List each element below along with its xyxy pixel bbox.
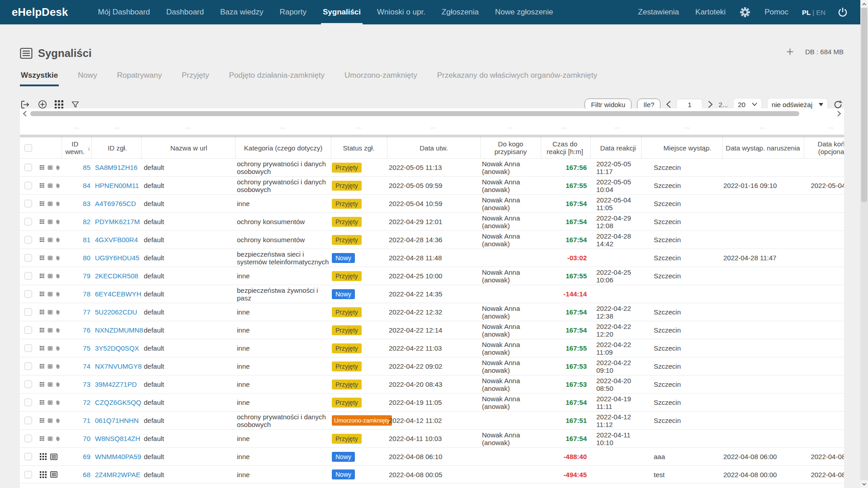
row-id-zgl-link[interactable]: 39M42Z71PD	[91, 380, 141, 388]
paperclip-icon[interactable]	[56, 200, 60, 207]
row-grid-icon[interactable]	[40, 381, 44, 388]
filter-status[interactable]: ...	[331, 124, 387, 129]
header-nazwa[interactable]: Nazwa w url	[141, 137, 235, 158]
row-grid-icon[interactable]	[40, 309, 44, 315]
row-id-wewn-link[interactable]: 81	[61, 236, 91, 244]
row-checkbox[interactable]	[24, 362, 32, 370]
row-checkbox[interactable]	[24, 164, 32, 171]
row-id-zgl-link[interactable]: 4GXVFB00R4	[91, 236, 141, 244]
vertical-scrollbar[interactable]	[860, 0, 868, 488]
tab-ropatrywany[interactable]: Ropatrywany	[116, 71, 163, 86]
row-details-icon[interactable]	[48, 237, 52, 243]
row-id-zgl-link[interactable]: NX7NVUMGY8	[91, 362, 141, 370]
row-id-wewn-link[interactable]: 76	[61, 326, 91, 334]
row-checkbox[interactable]	[24, 290, 32, 298]
header-status[interactable]: Status zgł.	[331, 137, 387, 158]
row-checkbox[interactable]	[24, 236, 32, 244]
row-checkbox[interactable]	[24, 182, 32, 189]
row-id-wewn-link[interactable]: 72	[61, 399, 91, 406]
row-grid-icon[interactable]	[40, 272, 44, 279]
filter-data-wystap[interactable]: ...	[722, 124, 804, 129]
paperclip-icon[interactable]	[56, 345, 60, 352]
row-details-icon[interactable]	[48, 183, 52, 189]
row-id-wewn-link[interactable]: 70	[61, 435, 91, 442]
header-czas[interactable]: Czas do reakcji [h:m]	[541, 137, 590, 158]
row-grid-icon[interactable]	[40, 327, 44, 333]
nav-item-baza-wiedzy[interactable]: Baza wiedzy	[212, 0, 271, 24]
row-details-icon[interactable]	[48, 381, 52, 388]
row-id-wewn-link[interactable]: 74	[61, 362, 91, 370]
paperclip-icon[interactable]	[56, 164, 60, 171]
add-circle-icon[interactable]	[38, 99, 47, 109]
header-data-wystap[interactable]: Data wystąp. naruszenia	[722, 137, 804, 158]
row-id-zgl-link[interactable]: 2KECDKR508	[91, 272, 141, 280]
row-checkbox[interactable]	[24, 399, 32, 406]
nav-item-sygnalisci[interactable]: Sygnaliści	[315, 0, 369, 24]
row-id-wewn-link[interactable]: 68	[61, 471, 91, 479]
row-details-icon[interactable]	[48, 309, 52, 315]
paperclip-icon[interactable]	[56, 218, 60, 225]
row-grid-icon[interactable]	[40, 453, 47, 460]
row-id-zgl-link[interactable]: PDYMK6217M	[91, 218, 141, 225]
scroll-up-icon[interactable]	[860, 0, 868, 8]
filter-id-zgl[interactable]: ...	[91, 124, 141, 129]
row-grid-icon[interactable]	[40, 218, 44, 225]
paperclip-icon[interactable]	[56, 182, 60, 189]
scroll-left-icon[interactable]	[23, 111, 27, 117]
row-grid-icon[interactable]	[40, 435, 44, 442]
row-grid-icon[interactable]	[40, 417, 44, 424]
row-checkbox[interactable]	[24, 435, 32, 442]
row-grid-icon[interactable]	[40, 182, 44, 189]
row-id-wewn-link[interactable]: 84	[61, 182, 91, 189]
paperclip-icon[interactable]	[56, 236, 60, 244]
row-details-icon[interactable]	[48, 345, 52, 352]
row-id-wewn-link[interactable]: 69	[61, 453, 91, 460]
row-id-wewn-link[interactable]: 75	[61, 344, 91, 352]
row-details-icon[interactable]	[48, 291, 52, 297]
nav-item-wnioski[interactable]: Wnioski o upr.	[369, 0, 434, 24]
row-id-zgl-link[interactable]: CZQZ6GK5QQ	[91, 399, 141, 406]
row-checkbox[interactable]	[24, 471, 32, 479]
tab-umorzono[interactable]: Umorzono-zamknięty	[344, 71, 418, 86]
tab-podjeto-dzialania[interactable]: Podjęto działania-zamknięty	[228, 71, 326, 86]
paperclip-icon[interactable]	[56, 399, 60, 406]
row-id-zgl-link[interactable]: 061Q71HNHN	[91, 417, 141, 424]
row-details-icon[interactable]	[48, 164, 52, 171]
row-checkbox[interactable]	[24, 380, 32, 388]
nav-item-raporty[interactable]: Raporty	[271, 0, 315, 24]
row-id-zgl-link[interactable]: HPNEN00M11	[91, 182, 141, 189]
row-grid-icon[interactable]	[40, 363, 44, 370]
row-id-wewn-link[interactable]: 83	[61, 200, 91, 207]
row-checkbox[interactable]	[24, 344, 32, 352]
row-checkbox[interactable]	[24, 254, 32, 262]
logout-power-icon[interactable]	[831, 0, 854, 24]
language-switcher[interactable]: PL | EN	[797, 0, 831, 24]
add-icon[interactable]	[787, 48, 793, 55]
row-id-zgl-link[interactable]: 5U22062CDU	[91, 308, 141, 316]
paperclip-icon[interactable]	[56, 254, 60, 262]
row-id-zgl-link[interactable]: A4T69765CD	[91, 200, 141, 207]
header-id-wewn[interactable]: ID wewn.↓	[61, 137, 91, 158]
nav-item-moj-dashboard[interactable]: Mój Dashboard	[90, 0, 158, 24]
paperclip-icon[interactable]	[56, 327, 60, 334]
row-id-wewn-link[interactable]: 77	[61, 308, 91, 316]
header-data-reakcji[interactable]: Data reakcji	[590, 137, 641, 158]
row-details-icon[interactable]	[48, 399, 52, 406]
row-id-wewn-link[interactable]: 85	[61, 164, 91, 171]
header-data-kon[interactable]: Data koń (opcjona	[804, 137, 844, 158]
header-miejsce[interactable]: Miejsce wystąp.	[641, 137, 722, 158]
row-id-wewn-link[interactable]: 80	[61, 254, 91, 262]
row-id-zgl-link[interactable]: NXNZDMUMN8	[91, 326, 141, 334]
row-id-zgl-link[interactable]: UG9Y6HDU45	[91, 254, 141, 262]
more-pages-label[interactable]: 2...	[718, 101, 728, 108]
hscroll-track[interactable]	[28, 111, 835, 116]
row-id-zgl-link[interactable]: W8NSQ814ZH	[91, 435, 141, 442]
paperclip-icon[interactable]	[56, 363, 60, 370]
filter-nazwa[interactable]: ...	[141, 124, 235, 129]
lang-en[interactable]: EN	[816, 9, 826, 16]
paperclip-icon[interactable]	[56, 381, 60, 388]
row-details-icon[interactable]	[48, 201, 52, 207]
select-all-checkbox[interactable]	[24, 144, 32, 152]
row-grid-icon[interactable]	[40, 399, 44, 406]
row-checkbox[interactable]	[24, 272, 32, 280]
